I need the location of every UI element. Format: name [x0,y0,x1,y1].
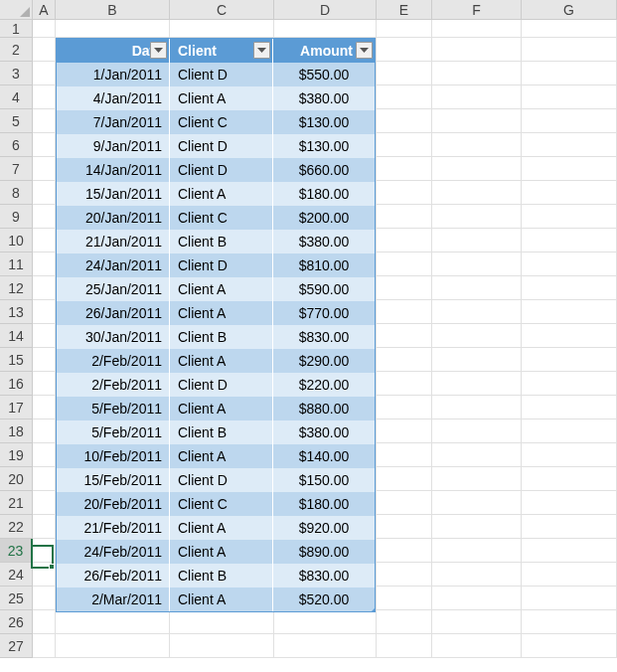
cell-A6[interactable] [33,133,56,157]
cell-date[interactable]: 1/Jan/2011 [57,63,170,86]
row-header-26[interactable]: 26 [0,610,33,634]
cell-amount[interactable]: $550.00 [273,63,375,86]
cell-amount[interactable]: $380.00 [273,230,375,253]
row-header-2[interactable]: 2 [0,38,33,62]
cell-client[interactable]: Client D [170,373,273,397]
row-header-9[interactable]: 9 [0,205,33,229]
row-header-7[interactable]: 7 [0,157,33,181]
table-row[interactable]: 2/Mar/2011Client A$520.00 [57,588,375,611]
cell-A16[interactable] [33,372,56,396]
table-row[interactable]: 5/Feb/2011Client B$380.00 [57,420,375,444]
cell-D1[interactable] [274,20,377,38]
cell-E9[interactable] [377,205,432,229]
table-row[interactable]: 2/Feb/2011Client A$290.00 [57,349,375,373]
table-row[interactable]: 24/Jan/2011Client D$810.00 [57,253,375,277]
cell-A9[interactable] [33,205,56,229]
cell-G25[interactable] [522,587,617,610]
cell-amount[interactable]: $200.00 [273,206,375,230]
table-row[interactable]: 7/Jan/2011Client C$130.00 [57,110,375,134]
cell-client[interactable]: Client A [170,277,273,301]
cell-E7[interactable] [377,157,432,181]
cell-F10[interactable] [432,229,522,252]
cell-F27[interactable] [432,634,522,658]
cell-A14[interactable] [33,324,56,348]
cell-F19[interactable] [432,443,522,467]
table-row[interactable]: 9/Jan/2011Client D$130.00 [57,134,375,158]
table-row[interactable]: 15/Feb/2011Client D$150.00 [57,468,375,492]
column-header-G[interactable]: G [522,0,617,20]
table-row[interactable]: 10/Feb/2011Client A$140.00 [57,444,375,468]
cell-C26[interactable] [170,610,274,634]
cell-G16[interactable] [522,372,617,396]
cell-F17[interactable] [432,396,522,420]
table-row[interactable]: 26/Feb/2011Client B$830.00 [57,564,375,588]
cell-G5[interactable] [522,109,617,133]
cell-F4[interactable] [432,85,522,109]
cell-G10[interactable] [522,229,617,252]
cell-date[interactable]: 10/Feb/2011 [57,444,170,468]
header-client[interactable]: Client [170,39,273,63]
cell-client[interactable]: Client A [170,397,273,420]
column-header-C[interactable]: C [170,0,274,20]
table-row[interactable]: 20/Jan/2011Client C$200.00 [57,206,375,230]
cell-client[interactable]: Client A [170,182,273,206]
cell-E19[interactable] [377,443,432,467]
cell-amount[interactable]: $880.00 [273,397,375,420]
row-header-10[interactable]: 10 [0,229,33,252]
cell-F25[interactable] [432,587,522,610]
row-header-6[interactable]: 6 [0,133,33,157]
filter-button-date[interactable] [150,42,167,59]
cell-date[interactable]: 21/Jan/2011 [57,230,170,253]
cell-amount[interactable]: $520.00 [273,588,375,611]
cell-E14[interactable] [377,324,432,348]
cell-G14[interactable] [522,324,617,348]
cell-E18[interactable] [377,420,432,443]
row-header-23[interactable]: 23 [0,539,33,563]
row-header-3[interactable]: 3 [0,62,33,85]
header-amount[interactable]: Amount [273,39,375,63]
cell-client[interactable]: Client B [170,564,273,588]
cell-F26[interactable] [432,610,522,634]
cell-amount[interactable]: $660.00 [273,158,375,182]
table-row[interactable]: 15/Jan/2011Client A$180.00 [57,182,375,206]
cell-D26[interactable] [274,610,377,634]
cell-date[interactable]: 2/Feb/2011 [57,373,170,397]
cell-client[interactable]: Client A [170,301,273,325]
cell-A17[interactable] [33,396,56,420]
cell-A5[interactable] [33,109,56,133]
column-header-A[interactable]: A [33,0,56,20]
cell-G6[interactable] [522,133,617,157]
cell-date[interactable]: 21/Feb/2011 [57,516,170,540]
cell-F11[interactable] [432,252,522,276]
cell-E27[interactable] [377,634,432,658]
table-row[interactable]: 14/Jan/2011Client D$660.00 [57,158,375,182]
cell-amount[interactable]: $830.00 [273,325,375,349]
table-row[interactable]: 1/Jan/2011Client D$550.00 [57,63,375,86]
cell-C1[interactable] [170,20,274,38]
cell-G13[interactable] [522,300,617,324]
cell-date[interactable]: 2/Feb/2011 [57,349,170,373]
row-header-25[interactable]: 25 [0,587,33,610]
cell-E3[interactable] [377,62,432,85]
cell-date[interactable]: 24/Feb/2011 [57,540,170,564]
cell-client[interactable]: Client D [170,253,273,277]
table-row[interactable]: 5/Feb/2011Client A$880.00 [57,397,375,420]
cell-amount[interactable]: $920.00 [273,516,375,540]
cell-D27[interactable] [274,634,377,658]
row-header-15[interactable]: 15 [0,348,33,372]
column-header-E[interactable]: E [377,0,432,20]
cell-A26[interactable] [33,610,56,634]
cell-F18[interactable] [432,420,522,443]
cell-F13[interactable] [432,300,522,324]
cell-amount[interactable]: $380.00 [273,86,375,110]
cell-E17[interactable] [377,396,432,420]
cell-E25[interactable] [377,587,432,610]
filter-button-client[interactable] [253,42,270,59]
table-row[interactable]: 24/Feb/2011Client A$890.00 [57,540,375,564]
cell-amount[interactable]: $380.00 [273,420,375,444]
table-row[interactable]: 4/Jan/2011Client A$380.00 [57,86,375,110]
cell-amount[interactable]: $770.00 [273,301,375,325]
table-row[interactable]: 26/Jan/2011Client A$770.00 [57,301,375,325]
cell-G24[interactable] [522,563,617,587]
cell-E20[interactable] [377,467,432,491]
